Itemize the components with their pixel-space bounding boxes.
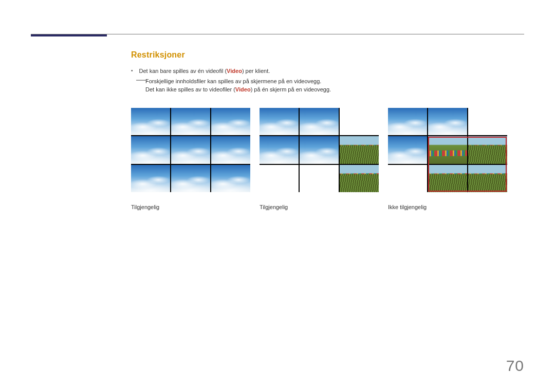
list-item: • Det kan bare spilles av én videofil (V… — [131, 67, 524, 75]
grid-cell-sky — [131, 108, 170, 135]
section-heading: Restriksjoner — [131, 49, 524, 61]
grid-cell-sky — [171, 108, 210, 135]
grid-cell-sky — [171, 136, 210, 163]
video-keyword: Video — [227, 68, 242, 74]
grid-cell-sky — [211, 165, 250, 192]
sub-line-1: Forskjellige innholdsfiler kan spilles a… — [145, 77, 524, 85]
bullet-icon: • — [131, 67, 133, 75]
videowall-grid — [131, 108, 250, 192]
grid-cell-grass — [468, 136, 507, 163]
document-page: Restriksjoner • Det kan bare spilles av … — [0, 0, 555, 392]
grid-cell-sky — [388, 136, 427, 163]
grid-cell-grass — [340, 165, 379, 192]
grid-cell-sky — [300, 136, 339, 163]
text-fragment: Det kan ikke spilles av to videofiler ( — [145, 86, 235, 92]
videowall-grid — [260, 108, 379, 192]
grid-cell-grass — [468, 165, 507, 192]
figure-available-a: Tilgjengelig — [131, 108, 250, 211]
grid-cell-sky — [300, 108, 339, 135]
text-fragment: ) på én skjerm på en videovegg. — [251, 86, 331, 92]
grid-cell-sky — [131, 165, 170, 192]
bullet-list: • Det kan bare spilles av én videofil (V… — [131, 67, 524, 94]
sub-note: ― Forskjellige innholdsfiler kan spilles… — [145, 77, 524, 94]
content-block: Restriksjoner • Det kan bare spilles av … — [131, 49, 524, 94]
grid-cell-sky — [260, 108, 299, 135]
grid-cell-sky — [388, 108, 427, 135]
page-number: 70 — [506, 355, 524, 377]
text-fragment: Det kan bare spilles av én videofil ( — [139, 68, 227, 74]
grid-cell-sky — [211, 108, 250, 135]
list-item-text: Det kan bare spilles av én videofil (Vid… — [139, 67, 270, 75]
grid-cell-sky — [131, 136, 170, 163]
grid-cell-blank — [340, 108, 379, 135]
dash-icon: ― — [136, 78, 147, 81]
header-accent-bar — [31, 34, 107, 36]
grid-cell-blank — [260, 165, 299, 192]
grid-cell-overlap — [428, 136, 467, 163]
grid-cell-grass — [428, 165, 467, 192]
grid-cell-sky — [171, 165, 210, 192]
grid-cell-grass — [340, 136, 379, 163]
figure-caption: Tilgjengelig — [131, 203, 250, 211]
text-fragment: ) per klient. — [242, 68, 270, 74]
grid-cell-blank — [388, 165, 427, 192]
figure-available-b: Tilgjengelig — [260, 108, 379, 211]
figure-caption: Tilgjengelig — [260, 203, 379, 211]
grid-cell-blank — [300, 165, 339, 192]
grid-cell-sky — [428, 108, 467, 135]
video-keyword: Video — [235, 86, 251, 92]
figure-not-available: Ikke tilgjengelig — [388, 108, 507, 211]
grid-cell-sky — [211, 136, 250, 163]
figure-caption: Ikke tilgjengelig — [388, 203, 507, 211]
grid-cell-sky — [260, 136, 299, 163]
videowall-grid — [388, 108, 507, 192]
figures-row: Tilgjengelig Tilgjengelig — [131, 108, 530, 211]
grid-cell-blank — [468, 108, 507, 135]
sub-line-2: Det kan ikke spilles av to videofiler (V… — [145, 85, 524, 94]
